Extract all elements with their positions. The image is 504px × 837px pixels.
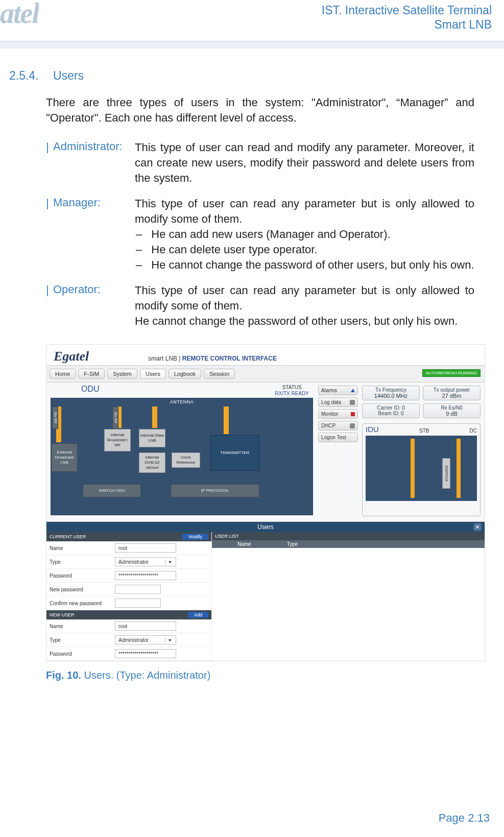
stat-carrier-beam: Carrier ID: 0 Beam ID: 0 (362, 403, 420, 418)
user-list-columns: Name Type (212, 540, 485, 548)
role-manager-intro: This type of user can read any parameter… (135, 196, 474, 227)
role-desc: This type of user can read and modify an… (135, 140, 474, 186)
intro-paragraph: There are three types of users in the sy… (46, 95, 474, 126)
role-desc: This type of user can read any parameter… (135, 196, 474, 273)
chevron-down-icon (169, 639, 172, 641)
role-administrator: | Administrator: This type of user can r… (46, 140, 474, 186)
users-forms: CURRENT USER Modify Nameroot TypeAdminis… (46, 532, 485, 661)
figure-number: Fig. 10. (46, 669, 84, 681)
rxrf-label-1: Rx RF (52, 406, 58, 429)
label-password2: Password (50, 651, 115, 657)
autorefresh-badge: AUTOREFRESH RUNNING (422, 369, 481, 377)
dhcp-button[interactable]: DHCP (318, 421, 358, 431)
label-name2: Name (50, 624, 115, 629)
block-external-lnb: External Droadcast LNB (51, 443, 78, 472)
role-manager-b3: He cannot change the password of other u… (151, 257, 474, 273)
idu-dc-label: DC (470, 428, 477, 434)
page-header: atel IST. Interactive Satellite Terminal… (0, 0, 504, 37)
ss-subtitle: smart LNB | REMOTE CONTROL INTERFACE (148, 355, 277, 362)
newuser-type-select[interactable]: Administrator (115, 635, 176, 644)
close-icon[interactable]: ✕ (473, 523, 482, 531)
role-manager-b2: He can delete user type operator. (151, 242, 317, 257)
stat-tx-frequency: Tx Frequency 14400.0 MHz (362, 386, 420, 400)
alarm-icon (351, 389, 355, 392)
label-name: Name (50, 545, 115, 551)
section-number: 2.5.4. (9, 69, 40, 83)
main-area: ODU STATUS RX/TX READY ANTENNA External … (46, 382, 485, 522)
page-footer: Page 2.13 (439, 811, 490, 825)
block-dvb-demod: Internal DVB-S2 demod (139, 452, 165, 473)
tab-system[interactable]: System (107, 369, 137, 379)
alarms-button[interactable]: Alarms (318, 386, 358, 395)
tab-users[interactable]: Users (140, 369, 166, 379)
odu-column: ODU STATUS RX/TX READY ANTENNA External … (46, 382, 315, 521)
label-type2: Type (50, 637, 115, 643)
idu-switch-block: SWITCH (442, 458, 450, 489)
rxrf-label-2: Rx RF (112, 406, 118, 429)
newuser-password-field[interactable]: ******************** (115, 649, 176, 658)
role-desc: This type of user can read any parameter… (135, 283, 474, 329)
stat-tx-output-power: Tx output power 27 dBm (423, 386, 481, 400)
col-type: Type (287, 541, 298, 547)
idu-stb-label: STB (419, 428, 429, 434)
user-list-col: USER LIST Name Type (212, 532, 485, 661)
role-label: Manager: (53, 196, 130, 273)
stat-rx-esn0: Rx Es/N0 9 dB (423, 403, 481, 418)
logdata-icon (350, 400, 355, 405)
tab-home[interactable]: Home (50, 369, 76, 379)
newpwd-field[interactable] (115, 585, 161, 594)
role-manager-b1: He can add new users (Manager and Operat… (151, 227, 390, 242)
monitor-button[interactable]: Monitor (318, 409, 358, 419)
stats-column: Tx Frequency 14400.0 MHz Tx output power… (362, 386, 481, 516)
label-password: Password (50, 573, 115, 579)
status-label: STATUS (275, 385, 309, 391)
col-name: Name (237, 541, 251, 547)
confpwd-field[interactable] (115, 599, 161, 608)
brand-logo-partial: atel (0, 0, 39, 30)
side-buttons: Alarms Log data Monitor DHCP Logon Test (318, 386, 358, 516)
header-line1: IST. Interactive Satellite Terminal (322, 3, 492, 17)
block-switch-odu: SWITCH ODU (83, 484, 141, 497)
label-type: Type (50, 559, 115, 565)
antenna-bar: ANTENNA (51, 398, 313, 405)
newuser-name-field[interactable]: root (115, 621, 176, 631)
block-clock: Clock Reference (172, 452, 200, 468)
tab-fsim[interactable]: F-SIM (78, 369, 105, 379)
monitor-icon (351, 412, 355, 416)
password-field[interactable]: ******************** (115, 571, 176, 580)
add-button[interactable]: Add (188, 612, 208, 618)
section-heading: 2.5.4. Users (9, 69, 474, 83)
name-field[interactable]: root (115, 543, 176, 553)
tab-session[interactable]: Session (204, 369, 235, 379)
tab-logbook[interactable]: Logbook (169, 369, 201, 379)
form-left: CURRENT USER Modify Nameroot TypeAdminis… (46, 532, 212, 661)
idu-diagram: SWITCH (366, 436, 477, 501)
type-select[interactable]: Administrator (115, 557, 176, 566)
users-panel-title: Users ✕ (46, 522, 485, 532)
status-box: STATUS RX/TX READY (275, 385, 309, 397)
block-internal-broadcast: Internal Broadcast l NR (104, 429, 131, 451)
ss-subtitle-b: REMOTE CONTROL INTERFACE (182, 355, 277, 362)
dhcp-icon (350, 423, 355, 428)
section-title: Users (53, 69, 84, 83)
ss-header: Egatel smart LNB | REMOTE CONTROL INTERF… (46, 345, 485, 365)
role-bar: | (46, 140, 48, 186)
modify-button[interactable]: Modify (182, 534, 208, 540)
figure-text: Users. (Type: Administrator) (84, 669, 210, 681)
figure-caption: Fig. 10. Users. (Type: Administrator) (46, 669, 474, 681)
idu-title: IDU (366, 425, 379, 434)
role-label: Operator: (53, 283, 130, 329)
header-band (0, 41, 504, 49)
logontest-button[interactable]: Logon Test (318, 433, 358, 442)
logdata-button[interactable]: Log data (318, 397, 358, 407)
tabs-row: Home F-SIM System Users Logbook Session … (46, 365, 485, 382)
label-newpwd: New password (50, 587, 115, 592)
block-transmitter: TRANSMITTER (210, 435, 259, 471)
label-confpwd: Confirm new password (50, 601, 115, 606)
role-operator: | Operator: This type of user can read a… (46, 283, 474, 329)
current-user-header: CURRENT USER Modify (46, 532, 211, 541)
odu-title: ODU (81, 385, 100, 397)
user-list-header: USER LIST (212, 532, 485, 540)
role-label: Administrator: (53, 140, 130, 186)
ss-subtitle-a: smart LNB | (148, 355, 182, 362)
